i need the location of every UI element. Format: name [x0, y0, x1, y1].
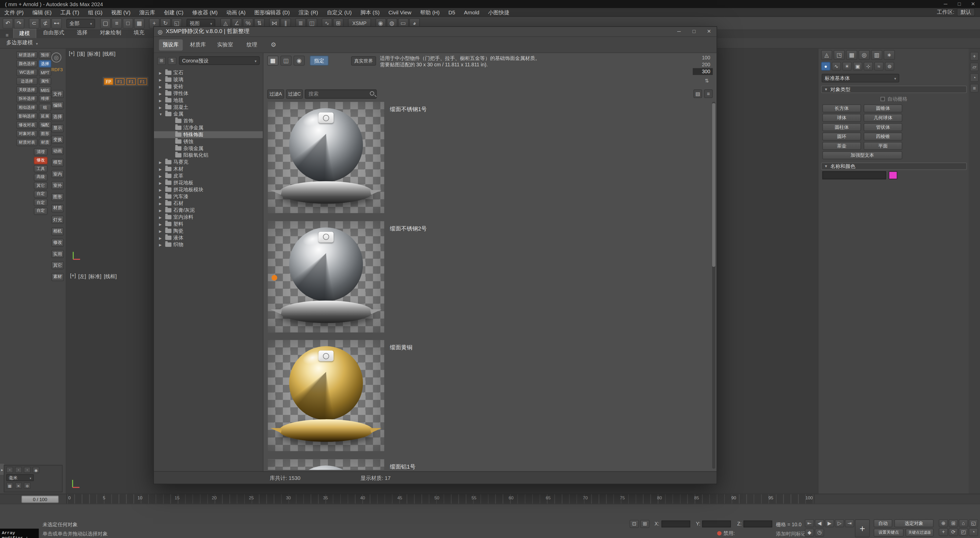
category-button[interactable]: 编辑 [51, 102, 64, 110]
tree-expand-icon[interactable]: ▶ [159, 222, 163, 226]
menu-item[interactable]: Arnold [460, 8, 484, 17]
y-coordinate-input[interactable] [702, 520, 731, 527]
z-coordinate-input[interactable] [743, 520, 772, 527]
lights-category-icon[interactable]: ☀ [842, 62, 852, 71]
primitive-button[interactable]: 几何球体 [864, 114, 902, 122]
add-key-button[interactable]: + [855, 519, 870, 538]
maximize-viewport-icon[interactable]: ◰ [959, 528, 968, 536]
sub-tool-button[interactable]: 修改 [34, 156, 48, 164]
ribbon-tab[interactable]: 填充 [128, 29, 150, 38]
ribbon-tab[interactable]: 选择 [71, 29, 93, 38]
menu-item[interactable]: 动画 (A) [222, 8, 250, 17]
size-preset[interactable]: 200 [693, 61, 713, 68]
primitive-type-dropdown[interactable]: 标准基本体 ▾ [821, 74, 899, 83]
time-slider[interactable]: 0 / 100 [21, 495, 59, 503]
menu-item[interactable]: 编辑 (E) [28, 8, 56, 17]
tree-item[interactable]: ▶ 皮革 [154, 172, 262, 179]
select-by-name-icon[interactable]: ≡ [111, 18, 122, 29]
disable-indicator[interactable]: 禁用: [717, 530, 735, 537]
left-tool-button[interactable]: WC选择 [16, 68, 38, 76]
next-frame-button[interactable]: ▷ [835, 519, 844, 527]
left-tool-sub-button[interactable]: MPT [39, 68, 51, 76]
category-button[interactable]: 室外 [51, 181, 64, 190]
category-button[interactable]: 选择 [51, 113, 64, 121]
geometry-category-icon[interactable]: ● [821, 62, 830, 71]
menu-item[interactable]: 工具 (T) [56, 8, 84, 17]
ribbon-tab[interactable]: 建模 [13, 29, 36, 38]
viewport-label-segment[interactable]: [顶] [77, 51, 85, 57]
left-tool-button[interactable]: 修改对表 [16, 121, 38, 129]
menu-item[interactable]: 溜云库 [135, 8, 160, 17]
menu-item[interactable]: Civil View [384, 8, 416, 17]
play-button[interactable]: ▶ [825, 519, 834, 527]
zoom-all-icon[interactable]: ⊞ [949, 519, 958, 527]
compass-icon[interactable]: ◎ [51, 53, 61, 62]
object-type-rollout[interactable]: ▼ 对象类型 [821, 86, 967, 93]
spacewarps-category-icon[interactable]: ≈ [874, 62, 884, 71]
list-view-icon[interactable]: ≡ [704, 89, 713, 98]
offset-mode-icon[interactable]: ⊞ [640, 520, 650, 528]
viewport-label-segment[interactable]: [线框] [103, 51, 115, 57]
material-list-scrollbar[interactable] [712, 102, 715, 469]
tree-expand-icon[interactable]: ▶ [159, 174, 163, 178]
motion-tab-icon[interactable]: ◎ [859, 50, 870, 60]
unit-dropdown[interactable]: 毫米 ▾ [6, 474, 34, 481]
tree-expand-icon[interactable]: ▶ [159, 229, 163, 233]
category-button[interactable]: 素材 [51, 273, 64, 281]
assign-button[interactable]: 指定 [310, 56, 328, 65]
category-button[interactable]: 模型 [51, 159, 64, 167]
tree-expand-icon[interactable]: ▶ [159, 188, 163, 191]
size-preset[interactable]: 300 [693, 68, 713, 75]
tree-expand-icon[interactable]: ▼ [159, 112, 163, 116]
menu-item[interactable]: 自定义 (U) [323, 8, 356, 17]
systems-category-icon[interactable]: ⊚ [885, 62, 894, 71]
minimize-button[interactable]: ─ [939, 1, 953, 7]
menu-item[interactable]: D5 [444, 8, 460, 17]
bind-to-spacewarp-icon[interactable]: ⊷ [51, 18, 62, 29]
mini-close-icon[interactable]: ✕ [15, 482, 22, 489]
primitive-button[interactable]: 茶壶 [822, 142, 861, 150]
sub-tool-button[interactable]: 高级 [34, 173, 48, 181]
zoom-icon[interactable]: ⊕ [939, 519, 948, 527]
viewport-label-segment[interactable]: [左] [78, 273, 86, 280]
previous-frame-button[interactable]: ◀ [815, 519, 824, 527]
time-configuration-icon[interactable]: ◷ [815, 528, 824, 537]
tree-item[interactable]: ▶ 织物 [154, 241, 262, 248]
select-and-link-icon[interactable]: ⊂ [29, 18, 40, 29]
left-tool-button[interactable]: 影响选择 [16, 112, 38, 120]
material-preview[interactable] [268, 102, 384, 213]
left-tool-sub-button[interactable]: 预排 [39, 51, 51, 59]
zoom-region-icon[interactable]: ◱ [969, 519, 978, 527]
sub-tool-button[interactable]: 自定 [34, 207, 48, 215]
tree-item[interactable]: ▶ 石材 [154, 200, 262, 207]
tree-expand-icon[interactable]: ▶ [159, 98, 163, 102]
tree-item[interactable]: ▶ 室内涂料 [154, 214, 262, 221]
tree-item[interactable]: ▶ 地毯 [154, 97, 262, 104]
tree-sort-icon[interactable]: ⇅ [168, 57, 177, 65]
left-tool-sub-button[interactable]: 延展 [39, 112, 51, 120]
large-icons-view-icon[interactable]: ▤ [693, 89, 702, 98]
category-button[interactable]: 修改 [51, 239, 64, 247]
tree-item[interactable]: ▶ 木材 [154, 166, 262, 173]
autogrid-checkbox[interactable]: 自动栅格 [818, 96, 969, 102]
go-to-start-button[interactable]: ⇤ [805, 519, 814, 527]
layout-tab-icon[interactable]: ▱ [970, 62, 979, 71]
tree-item[interactable]: ▶ 混凝土 [154, 104, 262, 111]
sub-tool-button[interactable]: 其它 [34, 182, 48, 189]
category-button[interactable]: 材质 [51, 204, 64, 213]
ribbon-tab[interactable]: 自由形式 [37, 29, 70, 38]
ribbon-tab[interactable]: 对象绘制 [94, 29, 127, 38]
tree-item[interactable]: ▶ 马赛克 [154, 159, 262, 166]
tree-item[interactable]: ▶ 宝石 [154, 69, 262, 76]
workspace-value[interactable]: 默认 [957, 8, 975, 16]
utilities-tab-icon[interactable]: ∗ [883, 50, 895, 60]
layout-add-icon[interactable]: + [970, 52, 979, 61]
left-tool-sub-button[interactable]: 编配 [39, 121, 51, 129]
left-tool-sub-button[interactable]: 属性 [39, 78, 51, 85]
key-mode-toggle-icon[interactable]: ◆ [805, 528, 814, 537]
tree-item[interactable]: 杂项金属 [154, 145, 262, 152]
rectangular-region-icon[interactable]: □ [123, 18, 134, 29]
name-color-rollout[interactable]: ▼ 名称和颜色 [821, 162, 967, 170]
sub-tool-button[interactable]: 自定 [34, 190, 48, 198]
sub-tool-button[interactable]: 工具 [34, 165, 48, 172]
